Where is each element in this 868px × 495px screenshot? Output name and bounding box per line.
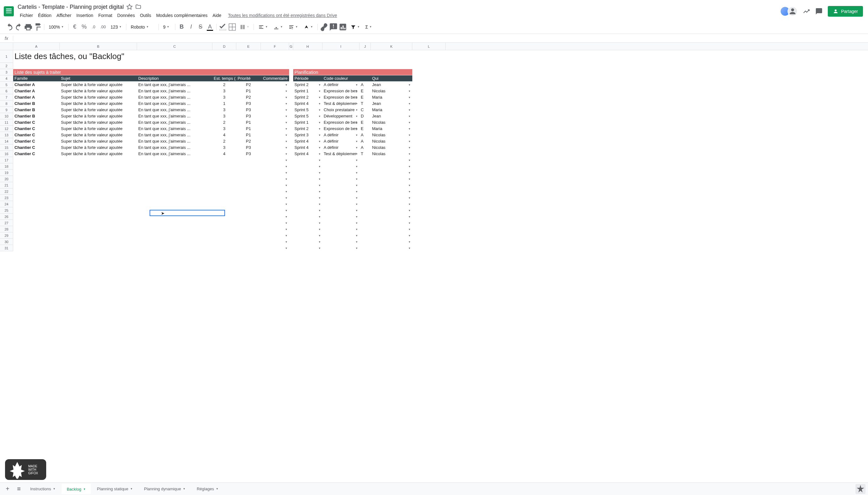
cell[interactable] bbox=[289, 88, 293, 94]
cell[interactable]: ▼ bbox=[293, 182, 322, 188]
dropdown-arrow-icon[interactable]: ▼ bbox=[408, 127, 411, 130]
col-header-F[interactable]: F bbox=[261, 43, 289, 50]
cell[interactable]: ▼ bbox=[261, 107, 289, 113]
cell[interactable]: T bbox=[360, 101, 371, 106]
cell[interactable]: Expression de bes▼ bbox=[322, 119, 360, 125]
cell[interactable]: En tant que xxx, j'aimerais ... bbox=[137, 132, 213, 138]
sheets-logo[interactable] bbox=[2, 5, 15, 18]
cell[interactable] bbox=[412, 245, 446, 251]
cell[interactable] bbox=[13, 239, 60, 245]
col-header-J[interactable]: J bbox=[360, 43, 371, 50]
cell[interactable]: Sprint 5▼ bbox=[293, 113, 322, 119]
cell[interactable] bbox=[360, 75, 371, 81]
dropdown-arrow-icon[interactable]: ▼ bbox=[285, 184, 287, 187]
cell[interactable] bbox=[13, 207, 60, 213]
cell[interactable] bbox=[60, 239, 137, 245]
cell[interactable]: Super tâche à forte valeur ajoutée bbox=[60, 82, 137, 88]
cell[interactable]: ▼ bbox=[371, 233, 412, 238]
cell[interactable] bbox=[137, 176, 213, 182]
cell[interactable]: Chantier A bbox=[13, 88, 60, 94]
dropdown-arrow-icon[interactable]: ▼ bbox=[318, 246, 321, 250]
dropdown-arrow-icon[interactable]: ▼ bbox=[285, 108, 287, 111]
row-header[interactable]: 10 bbox=[0, 113, 13, 119]
dropdown-arrow-icon[interactable]: ▼ bbox=[318, 240, 321, 243]
cell[interactable] bbox=[289, 69, 293, 75]
cell[interactable]: 3 bbox=[213, 144, 236, 151]
cell[interactable] bbox=[213, 233, 236, 238]
cell[interactable]: Super tâche à forte valeur ajoutée bbox=[60, 119, 137, 125]
dropdown-arrow-icon[interactable]: ▼ bbox=[408, 240, 411, 243]
row-header[interactable]: 7 bbox=[0, 94, 13, 101]
cell[interactable]: ▼ bbox=[261, 201, 289, 207]
dropdown-arrow-icon[interactable]: ▼ bbox=[285, 121, 287, 124]
cell[interactable] bbox=[236, 201, 261, 207]
cell[interactable]: Développement▼ bbox=[322, 113, 360, 119]
cell[interactable] bbox=[412, 170, 446, 175]
cell[interactable]: ▼ bbox=[261, 119, 289, 125]
cell[interactable]: ▼ bbox=[371, 245, 412, 251]
cell[interactable]: E bbox=[360, 88, 371, 94]
dropdown-arrow-icon[interactable]: ▼ bbox=[285, 152, 287, 155]
row-header[interactable]: 12 bbox=[0, 126, 13, 132]
filter-button[interactable]: ▼ bbox=[348, 23, 362, 31]
cell[interactable] bbox=[13, 245, 60, 251]
dropdown-arrow-icon[interactable]: ▼ bbox=[318, 159, 321, 161]
cell[interactable]: Expression de bes▼ bbox=[322, 94, 360, 100]
cell[interactable] bbox=[60, 195, 137, 201]
cell[interactable] bbox=[60, 201, 137, 207]
cell[interactable] bbox=[13, 220, 60, 226]
cell[interactable]: Chantier C bbox=[13, 126, 60, 132]
cell[interactable] bbox=[60, 226, 137, 232]
dropdown-arrow-icon[interactable]: ▼ bbox=[355, 96, 358, 99]
cell[interactable] bbox=[412, 182, 446, 188]
cell[interactable]: P3 bbox=[236, 101, 261, 106]
cell[interactable]: ▼ bbox=[371, 239, 412, 245]
cell[interactable]: A définir▼ bbox=[322, 132, 360, 138]
cell[interactable] bbox=[412, 75, 446, 81]
dropdown-arrow-icon[interactable]: ▼ bbox=[285, 246, 287, 250]
cell[interactable]: ▼ bbox=[322, 245, 360, 251]
cell[interactable]: P1 bbox=[236, 132, 261, 138]
cell[interactable]: En tant que xxx, j'aimerais ... bbox=[137, 101, 213, 106]
cell[interactable] bbox=[13, 201, 60, 207]
menu-aide[interactable]: Aide bbox=[210, 12, 223, 19]
undo-button[interactable] bbox=[5, 23, 14, 31]
cell[interactable] bbox=[412, 82, 446, 88]
cell[interactable] bbox=[412, 220, 446, 226]
print-button[interactable] bbox=[24, 23, 33, 31]
cell[interactable] bbox=[236, 207, 261, 213]
cell[interactable] bbox=[13, 170, 60, 175]
cell[interactable]: 4 bbox=[213, 151, 236, 157]
cell[interactable] bbox=[137, 239, 213, 245]
cell[interactable]: Sprint 3▼ bbox=[293, 132, 322, 138]
star-icon[interactable] bbox=[126, 4, 133, 10]
cell[interactable]: ▼ bbox=[261, 170, 289, 175]
cell[interactable] bbox=[60, 63, 137, 69]
cell[interactable]: ▼ bbox=[261, 214, 289, 220]
dropdown-arrow-icon[interactable]: ▼ bbox=[408, 215, 411, 218]
cell[interactable]: D bbox=[360, 113, 371, 119]
dropdown-arrow-icon[interactable]: ▼ bbox=[285, 140, 287, 142]
cell[interactable] bbox=[60, 176, 137, 182]
row-header[interactable]: 21 bbox=[0, 182, 13, 188]
row-header[interactable]: 19 bbox=[0, 170, 13, 176]
dropdown-arrow-icon[interactable]: ▼ bbox=[355, 221, 358, 224]
cell[interactable]: ▼ bbox=[322, 226, 360, 232]
cell[interactable] bbox=[289, 239, 293, 245]
cell[interactable] bbox=[213, 239, 236, 245]
cell[interactable]: Priorité bbox=[236, 75, 261, 81]
cell[interactable] bbox=[13, 195, 60, 201]
dropdown-arrow-icon[interactable]: ▼ bbox=[408, 209, 411, 212]
row-header[interactable]: 8 bbox=[0, 101, 13, 107]
cell[interactable]: P3 bbox=[236, 107, 261, 113]
cell[interactable] bbox=[60, 163, 137, 169]
cell[interactable]: Chantier C bbox=[13, 144, 60, 151]
dropdown-arrow-icon[interactable]: ▼ bbox=[318, 127, 321, 130]
cell[interactable] bbox=[60, 220, 137, 226]
cell[interactable] bbox=[289, 188, 293, 194]
cell[interactable]: Sprint 2▼ bbox=[293, 82, 322, 88]
cell[interactable]: 2 bbox=[213, 119, 236, 125]
comments-icon[interactable] bbox=[815, 7, 823, 15]
cell[interactable] bbox=[412, 151, 446, 157]
cell[interactable]: Nicolas▼ bbox=[371, 138, 412, 144]
